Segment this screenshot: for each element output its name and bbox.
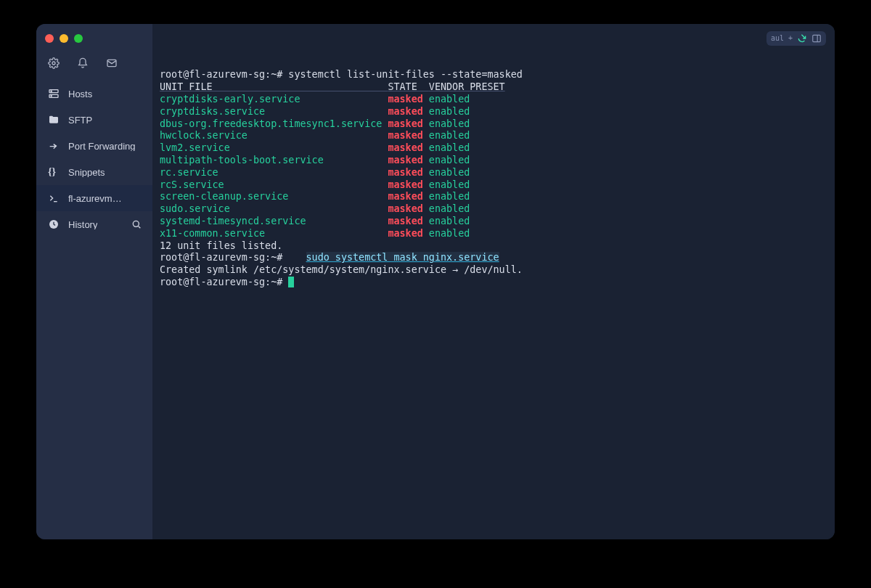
prompt-line: root@fl-azurevm-sg:~# bbox=[160, 277, 288, 287]
service-state: masked bbox=[388, 216, 428, 226]
braces-icon: {} bbox=[48, 166, 60, 178]
service-name: dbus-org.freedesktop.timesync1.service bbox=[160, 118, 388, 129]
sidebar-item-sftp[interactable]: SFTP bbox=[36, 107, 152, 133]
sidebar-item-snippets[interactable]: {} Snippets bbox=[36, 159, 152, 185]
service-state: masked bbox=[388, 155, 428, 166]
service-state: masked bbox=[388, 203, 428, 214]
service-name: x11-common.service bbox=[160, 228, 388, 239]
terminal-line: systemd-timesyncd.service masked enabled bbox=[160, 216, 825, 228]
sidebar-item-history[interactable]: History bbox=[36, 211, 152, 237]
service-name: lvm2.service bbox=[160, 142, 388, 153]
service-preset: enabled bbox=[429, 94, 470, 105]
service-name: rc.service bbox=[160, 167, 388, 178]
sidebar-item-label: Hosts bbox=[68, 89, 92, 99]
zoom-icon[interactable] bbox=[74, 34, 83, 43]
terminal-line: root@fl-azurevm-sg:~# bbox=[160, 277, 825, 289]
sidebar-item-hosts[interactable]: Hosts bbox=[36, 81, 152, 107]
command: sudo systemctl mask nginx.service bbox=[306, 252, 499, 263]
terminal-line: dbus-org.freedesktop.timesync1.service m… bbox=[160, 118, 825, 131]
service-state: masked bbox=[388, 94, 428, 105]
gear-icon[interactable] bbox=[48, 57, 60, 69]
folder-icon bbox=[48, 114, 60, 126]
terminal-line: 12 unit files listed. bbox=[160, 240, 825, 253]
service-name: screen-cleanup.service bbox=[160, 191, 388, 202]
service-name: rcS.service bbox=[160, 179, 388, 190]
prompt-line: root@fl-azurevm-sg:~# systemctl list-uni… bbox=[160, 69, 523, 80]
svg-point-0 bbox=[52, 62, 55, 65]
service-name: hwclock.service bbox=[160, 130, 388, 141]
sidebar-top-icons bbox=[36, 53, 152, 81]
sidebar-nav: Hosts SFTP Port Forwarding {} Snippets f… bbox=[36, 81, 152, 237]
service-state: masked bbox=[388, 118, 428, 129]
service-preset: enabled bbox=[429, 155, 470, 166]
service-preset: enabled bbox=[429, 118, 470, 129]
sidebar-item-label: fl-azurevm… bbox=[68, 194, 122, 203]
service-preset: enabled bbox=[429, 216, 470, 226]
service-name: sudo.service bbox=[160, 203, 388, 214]
col-preset: VENDOR PRESET bbox=[429, 81, 505, 92]
sidebar-item-label: History bbox=[68, 220, 97, 229]
terminal-line: rcS.service masked enabled bbox=[160, 179, 825, 192]
panel-icon[interactable] bbox=[811, 33, 822, 44]
terminal-line: multipath-tools-boot.service masked enab… bbox=[160, 155, 825, 167]
service-name: systemd-timesyncd.service bbox=[160, 216, 388, 226]
terminal-line: cryptdisks-early.service masked enabled bbox=[160, 94, 825, 106]
summary-line: 12 unit files listed. bbox=[160, 240, 282, 251]
sidebar-item-portfwd[interactable]: Port Forwarding bbox=[36, 133, 152, 159]
service-state: masked bbox=[388, 191, 428, 202]
terminal-line: root@fl-azurevm-sg:~# systemctl list-uni… bbox=[160, 69, 825, 81]
terminal-line: cryptdisks.service masked enabled bbox=[160, 106, 825, 118]
cursor bbox=[288, 277, 294, 287]
sidebar: Hosts SFTP Port Forwarding {} Snippets f… bbox=[36, 24, 152, 539]
service-name: cryptdisks-early.service bbox=[160, 94, 388, 105]
prompt-line: root@fl-azurevm-sg:~# bbox=[160, 252, 306, 263]
close-icon[interactable] bbox=[45, 34, 54, 43]
app-window: Hosts SFTP Port Forwarding {} Snippets f… bbox=[36, 24, 835, 539]
terminal[interactable]: aul + root@fl-azurevm-sg:~# systemctl li… bbox=[152, 24, 835, 539]
terminal-line: root@fl-azurevm-sg:~# sudo systemctl mas… bbox=[160, 252, 825, 264]
svg-point-5 bbox=[51, 96, 52, 97]
sidebar-item-label: Snippets bbox=[68, 168, 105, 177]
sidebar-item-label: Port Forwarding bbox=[68, 142, 135, 151]
service-preset: enabled bbox=[429, 130, 470, 141]
service-preset: enabled bbox=[429, 179, 470, 190]
terminal-line: Created symlink /etc/systemd/system/ngin… bbox=[160, 264, 825, 277]
terminal-line: hwclock.service masked enabled bbox=[160, 130, 825, 142]
service-name: cryptdisks.service bbox=[160, 106, 388, 117]
terminal-output: root@fl-azurevm-sg:~# systemctl list-uni… bbox=[160, 69, 825, 288]
service-preset: enabled bbox=[429, 106, 470, 117]
sidebar-item-label: SFTP bbox=[68, 115, 92, 125]
terminal-icon bbox=[48, 192, 60, 204]
svg-point-7 bbox=[133, 221, 139, 226]
terminal-line: rc.service masked enabled bbox=[160, 167, 825, 179]
forward-icon bbox=[48, 140, 60, 152]
terminal-line: screen-cleanup.service masked enabled bbox=[160, 191, 825, 203]
server-icon bbox=[48, 88, 60, 99]
service-preset: enabled bbox=[429, 228, 470, 239]
terminal-line: UNIT FILE STATE VENDOR PRESET bbox=[160, 81, 825, 94]
result-line: Created symlink /etc/systemd/system/ngin… bbox=[160, 264, 523, 275]
toolbar: aul + bbox=[766, 31, 826, 46]
clock-icon bbox=[48, 219, 60, 230]
terminal-line: sudo.service masked enabled bbox=[160, 203, 825, 216]
service-state: masked bbox=[388, 167, 428, 178]
envelope-icon[interactable] bbox=[106, 57, 118, 69]
search-icon[interactable] bbox=[131, 219, 142, 230]
service-preset: enabled bbox=[429, 203, 470, 214]
terminal-line: x11-common.service masked enabled bbox=[160, 228, 825, 240]
col-state: STATE bbox=[388, 81, 428, 92]
sidebar-item-session[interactable]: fl-azurevm… bbox=[36, 185, 152, 211]
minimize-icon[interactable] bbox=[60, 34, 68, 43]
terminal-line: lvm2.service masked enabled bbox=[160, 142, 825, 155]
service-state: masked bbox=[388, 142, 428, 153]
service-state: masked bbox=[388, 106, 428, 117]
service-preset: enabled bbox=[429, 191, 470, 202]
col-unit: UNIT FILE bbox=[160, 81, 388, 92]
service-state: masked bbox=[388, 130, 428, 141]
bell-icon[interactable] bbox=[77, 57, 89, 69]
share-icon[interactable] bbox=[797, 33, 807, 44]
svg-rect-8 bbox=[813, 35, 821, 41]
service-state: masked bbox=[388, 228, 428, 239]
svg-point-4 bbox=[51, 91, 52, 91]
service-state: masked bbox=[388, 179, 428, 190]
